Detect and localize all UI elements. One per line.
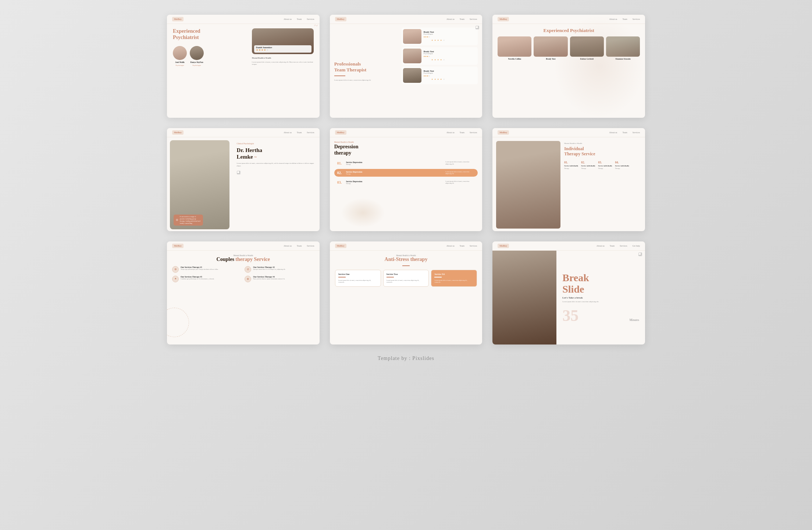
logo-4: MeBey xyxy=(172,130,184,135)
slide1-title: Experienced Psychiatrist xyxy=(173,28,247,41)
slide-1: MeBey About us Team Services Experienced… xyxy=(167,15,320,118)
slide8-content: Mental Health is Wealth Anti-Stress ther… xyxy=(330,251,482,344)
slide1-left: Experienced Psychiatrist Jani Malik Psyc… xyxy=(173,28,247,66)
s8-card-2: Service Two Lorem ipsum dolor sit amet, … xyxy=(383,270,429,287)
doctor-title: Dr. Hertha Lemke ~ xyxy=(237,147,315,160)
doctor-subtitle: Clinical Psychologist xyxy=(237,142,315,145)
logo-7: MeBey xyxy=(172,244,184,248)
s7-service-2: ⊘ Our Services Therapy #2 Quisque ductus… xyxy=(245,266,314,273)
slide-7: MeBey About us Team Services Mental Heal… xyxy=(167,241,320,344)
team-role-1: Psychologist xyxy=(424,33,477,35)
navbar-7: MeBey About us Team Services xyxy=(167,241,320,251)
slide1-photos: Jani Malik Psychologist Danya SkyFun Psy… xyxy=(173,46,247,66)
featured-overlay: Daniel Annenkov ★ ★ ★ ★ ★ xyxy=(254,45,311,53)
slide4-photo-area: ⊙ It can involve a range of practice inc… xyxy=(167,137,232,231)
s7-services-grid: ⊕ Our Services Therapy #1 Torque eget pe… xyxy=(172,266,314,282)
s9-photo xyxy=(492,251,556,344)
s6-photo xyxy=(496,141,560,229)
slide4-right: Clinical Psychologist Dr. Hertha Lemke ~… xyxy=(232,137,320,231)
logo-8: MeBey xyxy=(335,244,346,248)
s8-card-title-1: Service One xyxy=(338,273,378,275)
s6-items: 01. Service individually Therapy 02. Ser… xyxy=(564,161,641,169)
team-card-1: Brady Yost Psychologist ● ● ● ● ★ ★ xyxy=(402,28,478,45)
team-role-3: Psychologist xyxy=(424,72,477,74)
s5-bg-deco xyxy=(341,198,385,227)
slide-4: MeBey About us Team Services ⊙ It can in… xyxy=(167,128,320,231)
s9-number: 35 xyxy=(562,307,578,325)
s5-item-sub-1: Therapy xyxy=(346,163,444,165)
s6-subtitle: Mental Health is Wealth xyxy=(564,142,641,144)
footer: Template by : Pixslides xyxy=(378,356,434,361)
logo-3: MeBey xyxy=(498,17,509,21)
navbar-2: MeBey About us Team Services xyxy=(330,15,482,24)
s9-text: Lorem ipsum dolor sit amet consectetur a… xyxy=(562,301,639,303)
resize-icon-4 xyxy=(237,171,241,174)
s5-num-2: 02. xyxy=(337,171,344,175)
navbar-1: MeBey About us Team Services xyxy=(167,15,320,24)
logo-5: MeBey xyxy=(335,130,346,135)
team-stars-1: ● ● ● ● ★ ★ ★ ★ ★ xyxy=(424,36,477,42)
s9-minutes: Minutes xyxy=(630,318,639,322)
person2-photo xyxy=(190,46,204,60)
person1-name: Jani Malik xyxy=(175,61,185,63)
s6-item-1: 01. Service individually Therapy xyxy=(564,161,578,169)
member1-name: Novella Collins xyxy=(508,58,521,60)
footer-text: Template by : Pixslides xyxy=(378,356,434,361)
slide3-content: Experienced Psychiatrist Novella Collins… xyxy=(492,24,645,118)
s5-title: Depression therapy xyxy=(334,144,478,156)
slide1-right: Daniel Annenkov ★ ★ ★ ★ ★ Mental Health … xyxy=(252,28,314,66)
s9-title: Break Slide xyxy=(562,272,639,295)
s7-icon-4: ◈ xyxy=(245,276,251,282)
slide7-content: Mental Health is Wealth Couples therapy … xyxy=(167,251,320,344)
slide1-content: Experienced Psychiatrist Jani Malik Psyc… xyxy=(167,24,320,117)
nav-aboutus-1[interactable]: About us xyxy=(284,18,292,20)
s7-stext-3: Curabitur eget pellentesque in. In eleme… xyxy=(181,278,242,280)
nav-team-1[interactable]: Team xyxy=(297,18,302,20)
s8-title: Anti-Stress therapy xyxy=(335,257,477,262)
s7-service-1: ⊕ Our Services Therapy #1 Torque eget pe… xyxy=(172,266,242,273)
s8-card-divider-3 xyxy=(434,277,442,278)
slide4-content: ⊙ It can involve a range of practice inc… xyxy=(167,137,320,231)
person1: Jani Malik Psychologist xyxy=(173,46,187,66)
team-photo-3 xyxy=(403,68,421,83)
person1-role: Psychologist xyxy=(175,64,184,66)
logo-1: MeBey xyxy=(172,17,184,21)
nav-links-1: About us Team Services xyxy=(284,18,314,20)
navbar-5: MeBey About us Team Services xyxy=(330,128,482,137)
s6-item-2: 02. Service individually Therapy xyxy=(581,161,595,169)
s8-cards: Service One Lorem ipsum dolor sit amet, … xyxy=(335,270,477,287)
slide2-title: Professionals Team Therapist xyxy=(334,61,398,73)
slide6-content: Mental Health is Wealth Individual Thera… xyxy=(492,137,645,231)
s5-item-1: 01. Service Depression Therapy Lorem ips… xyxy=(334,159,478,167)
s7-stext-4: Nunc porttitor diam ac ipsum fermentum e… xyxy=(253,278,314,280)
team-card-3: Brady Yost Psychologist ● ● ● ● ★ ★ xyxy=(402,67,478,84)
s6-item-3: 03. Service individually Therapy xyxy=(598,161,612,169)
person2-name: Danya SkyFun xyxy=(190,61,203,63)
s6-item-4: 04. Service individually Therapy xyxy=(615,161,629,169)
badge-text: It can involve a range of practice inclu… xyxy=(180,216,201,224)
slide-3: MeBey About us Team Services Experienced… xyxy=(492,15,645,118)
s8-card-1: Service One Lorem ipsum dolor sit amet, … xyxy=(335,270,381,287)
logo-6: MeBey xyxy=(498,130,509,135)
s5-item-sub-3: Therapy xyxy=(346,183,444,184)
s5-subtitle: Mental Health is Wealth xyxy=(334,141,478,143)
s6-title: Individual Therapy Service xyxy=(564,146,641,157)
s7-deco xyxy=(167,308,189,337)
slide2-divider xyxy=(334,75,345,76)
s5-item-3: 03. Service Depression Therapy Lorem ips… xyxy=(334,179,478,186)
slide9-content: Break Slide Let's Take a break Lorem ips… xyxy=(492,251,645,344)
s7-icon-1: ⊕ xyxy=(172,266,179,273)
navbar-4: MeBey About us Team Services xyxy=(167,128,320,137)
nav-services-1[interactable]: Services xyxy=(307,18,314,20)
s5-services-list: 01. Service Depression Therapy Lorem ips… xyxy=(334,159,478,186)
s9-right: Break Slide Let's Take a break Lorem ips… xyxy=(556,251,645,344)
s7-icon-3: ✦ xyxy=(172,276,179,282)
slide-9: MeBey About us Team Services Get help Br… xyxy=(492,241,645,344)
s7-title: Couples therapy Service xyxy=(172,257,314,262)
team-photo-1 xyxy=(403,29,421,44)
s3-bg-deco xyxy=(553,15,645,118)
navbar-8: MeBey About us Team Services xyxy=(330,241,482,251)
s5-item-text-3: Lorem ipsum dolor sit amet, consectetur … xyxy=(445,180,475,184)
s5-item-sub-2: Therapy xyxy=(346,173,444,175)
s5-item-text-1: Lorem ipsum dolor sit amet, consectetur … xyxy=(445,161,475,165)
